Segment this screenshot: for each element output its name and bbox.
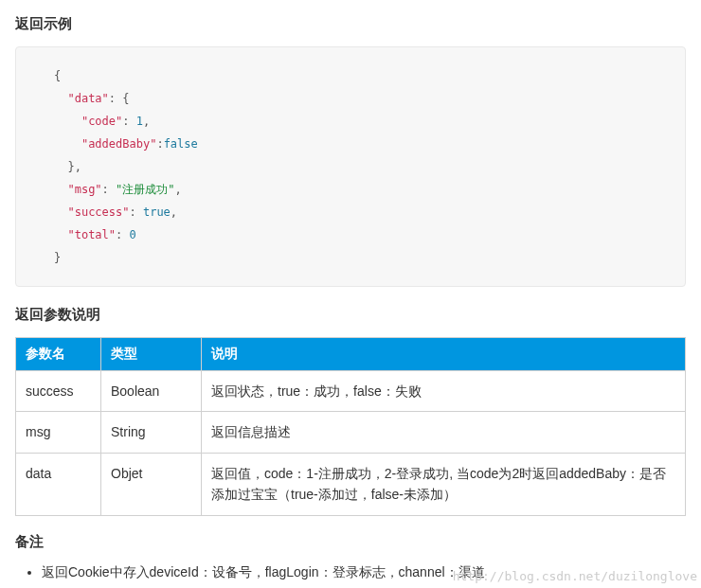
code-line: "addedBaby":false bbox=[54, 133, 656, 155]
table-header-row: 参数名 类型 说明 bbox=[16, 338, 686, 371]
code-line: }, bbox=[54, 155, 656, 178]
section-title-response-example: 返回示例 bbox=[15, 15, 686, 33]
params-table: 参数名 类型 说明 success Boolean 返回状态，true：成功，f… bbox=[15, 337, 686, 516]
table-header-desc: 说明 bbox=[202, 338, 686, 371]
cell-param-desc: 返回状态，true：成功，false：失败 bbox=[202, 371, 686, 412]
table-header-name: 参数名 bbox=[16, 338, 101, 371]
cell-param-type: Objet bbox=[101, 453, 202, 515]
cell-param-desc: 返回值，code：1-注册成功，2-登录成功, 当code为2时返回addedB… bbox=[202, 453, 686, 515]
section-title-notes: 备注 bbox=[15, 533, 686, 551]
list-item: 返回Cookie中存入deviceId：设备号，flagLogin：登录标志，c… bbox=[42, 564, 686, 581]
notes-list: 返回Cookie中存入deviceId：设备号，flagLogin：登录标志，c… bbox=[15, 564, 686, 581]
table-row: msg String 返回信息描述 bbox=[16, 412, 686, 453]
cell-param-name: msg bbox=[16, 412, 101, 453]
code-line: "total": 0 bbox=[54, 223, 656, 246]
section-title-response-params: 返回参数说明 bbox=[15, 306, 686, 324]
cell-param-name: success bbox=[16, 371, 101, 412]
cell-param-name: data bbox=[16, 453, 101, 515]
cell-param-desc: 返回信息描述 bbox=[202, 412, 686, 453]
cell-param-type: String bbox=[101, 412, 202, 453]
code-line: "code": 1, bbox=[54, 110, 656, 133]
code-block-response-example: { "data": { "code": 1, "addedBaby":false… bbox=[15, 46, 686, 287]
code-line: "data": { bbox=[54, 87, 656, 110]
code-line: "success": true, bbox=[54, 201, 656, 223]
code-line: "msg": "注册成功", bbox=[54, 178, 656, 201]
code-line: } bbox=[54, 246, 656, 269]
cell-param-type: Boolean bbox=[101, 371, 202, 412]
table-row: data Objet 返回值，code：1-注册成功，2-登录成功, 当code… bbox=[16, 453, 686, 515]
table-header-type: 类型 bbox=[101, 338, 202, 371]
table-row: success Boolean 返回状态，true：成功，false：失败 bbox=[16, 371, 686, 412]
code-line: { bbox=[54, 64, 656, 87]
